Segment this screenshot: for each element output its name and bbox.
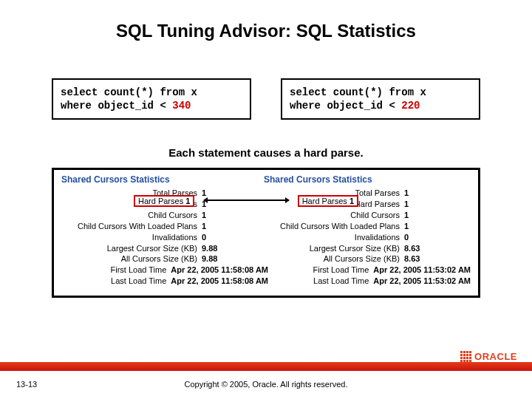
stats-panel-left: Shared Cursors Statistics Total Parses1 … (61, 174, 268, 287)
arrow-right-icon (245, 200, 289, 201)
stats-row: Last Load TimeApr 22, 2005 11:53:02 AM (264, 276, 471, 287)
sql-literal: 340 (172, 100, 191, 112)
stats-row: First Load TimeApr 22, 2005 11:58:08 AM (61, 265, 268, 276)
oracle-logo-text: ORACLE (474, 351, 517, 362)
sql-literal: 220 (401, 100, 420, 112)
caption: Each statement causes a hard parse. (0, 146, 532, 159)
sql-line: select count(*) from x (290, 86, 471, 99)
stats-panel-right: Shared Cursors Statistics Total Parses1 … (264, 174, 471, 287)
footer-accent-bar (0, 362, 532, 371)
stats-row: All Cursors Size (KB)9.88 (61, 253, 268, 265)
stats-row: First Load TimeApr 22, 2005 11:53:02 AM (264, 265, 471, 276)
copyright-text: Copyright © 2005, Oracle. All rights res… (0, 380, 532, 389)
sql-line: where object_id < 220 (290, 99, 471, 112)
slide: SQL Tuning Advisor: SQL Statistics selec… (0, 0, 532, 399)
stats-row: Child Cursors With Loaded Plans1 (264, 221, 471, 232)
stats-row: Last Load TimeApr 22, 2005 11:58:08 AM (61, 276, 268, 287)
sql-boxes: select count(*) from x where object_id <… (0, 41, 532, 120)
stats-heading: Shared Cursors Statistics (264, 174, 471, 185)
stats-row: Invalidations0 (61, 232, 268, 243)
stats-row: All Cursors Size (KB)8.63 (264, 253, 471, 265)
sql-line: where object_id < 340 (61, 99, 242, 112)
stats-row: Largest Cursor Size (KB)9.88 (61, 243, 268, 254)
sql-box-left: select count(*) from x where object_id <… (52, 78, 251, 120)
stats-row: Largest Cursor Size (KB)8.63 (264, 243, 471, 254)
stats-row: Hard Parses1 (264, 199, 471, 210)
sql-line: select count(*) from x (61, 86, 242, 99)
slide-title: SQL Tuning Advisor: SQL Statistics (0, 0, 532, 41)
oracle-logo-icon (460, 351, 471, 362)
oracle-logo: ORACLE (460, 351, 517, 362)
stats-row: Child Cursors1 (264, 210, 471, 221)
hard-parse-highlight-left: Hard Parses 1 (134, 195, 194, 207)
stats-row: Child Cursors With Loaded Plans1 (61, 221, 268, 232)
stats-row: Total Parses1 (264, 188, 471, 199)
hard-parse-highlight-right: Hard Parses 1 (298, 195, 358, 207)
stats-area: Shared Cursors Statistics Total Parses1 … (52, 168, 480, 298)
stats-row: Child Cursors1 (61, 210, 268, 221)
stats-heading: Shared Cursors Statistics (61, 174, 268, 185)
stats-row: Invalidations0 (264, 232, 471, 243)
sql-box-right: select count(*) from x where object_id <… (281, 78, 480, 120)
